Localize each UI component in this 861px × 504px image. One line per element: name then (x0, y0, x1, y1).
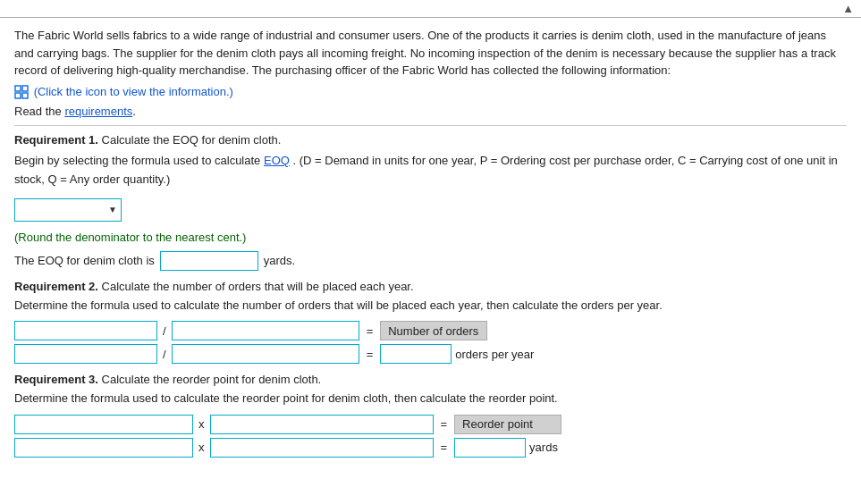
req3-title: Requirement 3. (14, 373, 98, 386)
requirement-2-section: Requirement 2. Calculate the number of o… (14, 280, 847, 365)
divider-1 (14, 125, 847, 126)
req3-calc-result[interactable] (454, 438, 526, 458)
req3-input-right[interactable] (210, 415, 434, 434)
svg-rect-1 (22, 86, 28, 91)
formula-dropdown[interactable]: √(2DP/C) √(2DC/P) D/Q Q×C/2 D×P (15, 199, 121, 221)
svg-rect-2 (15, 93, 21, 98)
req3-para: Determine the formula used to calculate … (14, 390, 847, 407)
req3-text: Calculate the reorder point for denim cl… (102, 373, 322, 386)
read-label: Read the (14, 105, 62, 118)
requirement-3-section: Requirement 3. Calculate the reorder poi… (14, 373, 847, 458)
top-icon: ▲ (842, 2, 854, 15)
req3-times-sign: x (197, 417, 207, 431)
req3-yards-label: yards (529, 441, 558, 454)
green-note: (Round the denominator to the nearest ce… (14, 231, 847, 244)
eoq-result-suffix: yards. (264, 254, 295, 267)
req1-text: Calculate the EOQ for denim cloth. (102, 133, 282, 147)
top-bar: ▲ (0, 0, 861, 18)
req1-title: Requirement 1. (14, 133, 98, 147)
req2-calc-left[interactable] (14, 344, 157, 364)
req2-calc-eq: = (363, 348, 377, 361)
req2-calc-result[interactable] (380, 344, 452, 364)
req2-result-label: Number of orders (380, 321, 487, 340)
icon-link-line: (Click the icon to view the information.… (14, 85, 847, 100)
req3-input-left[interactable] (14, 415, 193, 434)
svg-rect-0 (15, 86, 21, 91)
req1-title-line: Requirement 1. Calculate the EOQ for den… (14, 133, 847, 147)
formula-dropdown-wrap[interactable]: √(2DP/C) √(2DC/P) D/Q Q×C/2 D×P ▼ (14, 198, 122, 222)
main-content: The Fabric World sells fabrics to a wide… (0, 18, 861, 481)
eoq-result-line: The EOQ for denim cloth is yards. (14, 251, 847, 271)
req2-input-left[interactable] (14, 321, 157, 340)
req3-calc-row: x = yards (14, 438, 847, 458)
req3-title-line: Requirement 3. Calculate the reorder poi… (14, 373, 847, 386)
requirements-line: Read the requirements. (14, 105, 847, 118)
req2-text: Calculate the number of orders that will… (102, 280, 414, 293)
svg-rect-3 (22, 93, 28, 98)
intro-paragraph: The Fabric World sells fabrics to a wide… (14, 27, 847, 80)
intro-text: The Fabric World sells fabrics to a wide… (14, 29, 836, 77)
req2-orders-label: orders per year (455, 348, 534, 361)
req3-calc-left[interactable] (14, 438, 193, 458)
eoq-result-prefix: The EOQ for denim cloth is (14, 254, 155, 267)
req2-formula-row: / = Number of orders (14, 321, 847, 340)
eoq-result-input[interactable] (160, 251, 258, 271)
req3-calc-times: x (197, 441, 207, 454)
req1-formula-line: Begin by selecting the formula used to c… (14, 152, 847, 189)
grid-icon (14, 85, 32, 98)
req2-title: Requirement 2. (14, 280, 98, 293)
req3-calc-right[interactable] (210, 438, 434, 458)
req3-result-label: Reorder point (454, 415, 561, 434)
req2-para: Determine the formula used to calculate … (14, 297, 847, 315)
req2-divider-sign: / (161, 324, 168, 338)
eoq-link[interactable]: EOQ (264, 154, 290, 167)
req3-calc-eq: = (437, 441, 452, 454)
icon-link[interactable]: (Click the icon to view the information.… (34, 85, 233, 98)
req2-title-line: Requirement 2. Calculate the number of o… (14, 280, 847, 293)
req2-calc-right[interactable] (172, 344, 359, 364)
req3-formula-row: x = Reorder point (14, 415, 847, 434)
req2-input-right[interactable] (172, 321, 359, 340)
req2-calc-row: / = orders per year (14, 344, 847, 364)
req3-eq-sign: = (437, 417, 452, 431)
req2-calc-divider: / (161, 348, 168, 361)
req2-eq-sign: = (363, 324, 377, 338)
req1-formula-prefix: Begin by selecting the formula used to c… (14, 154, 260, 167)
read-period: . (132, 105, 136, 118)
requirements-link[interactable]: requirements (64, 105, 132, 118)
requirement-1-section: Requirement 1. Calculate the EOQ for den… (14, 133, 847, 271)
